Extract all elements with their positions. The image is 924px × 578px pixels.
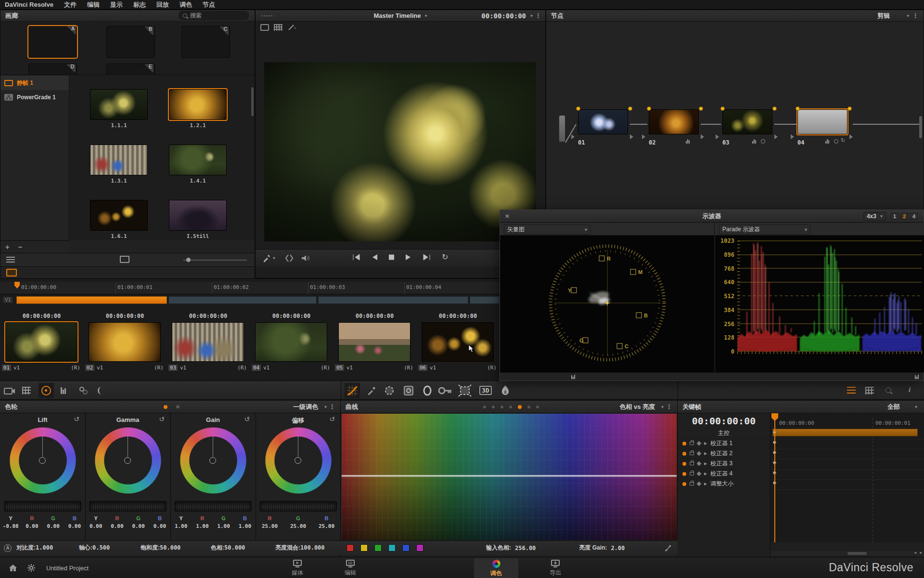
ch-value[interactable]: 1.00 [192, 523, 213, 529]
wheel-reset-icon[interactable]: ↺ [74, 415, 79, 423]
still-thumb-2[interactable] [169, 89, 227, 120]
clip-thumb[interactable] [422, 322, 494, 362]
wheels-menu-icon[interactable]: ⋮ [329, 403, 335, 410]
tracker-icon[interactable] [458, 384, 472, 397]
project-title[interactable]: Untitled Project [46, 565, 89, 572]
camera-raw-icon[interactable] [4, 386, 15, 395]
lock-icon[interactable] [690, 442, 694, 445]
master-track-bar[interactable] [772, 429, 918, 436]
expand-icon[interactable]: ▶ [704, 472, 707, 476]
scroll-left-icon[interactable]: ◂ [914, 550, 916, 555]
add-album-button[interactable]: + [5, 243, 10, 251]
skip-back-button[interactable] [352, 253, 360, 261]
ch-value[interactable]: 0.00 [128, 523, 149, 529]
tab-edit[interactable]: 编辑 [328, 558, 372, 578]
wheels-page-dot-active[interactable] [164, 405, 167, 409]
album-e[interactable]: E [106, 64, 155, 75]
stereo-3d-icon[interactable] [96, 386, 107, 395]
curves-mode-caret-icon[interactable]: ▾ [661, 404, 664, 409]
menu-item-nodes[interactable]: 节点 [203, 0, 215, 9]
audio-icon[interactable] [301, 254, 310, 262]
qualifier-eyedropper-icon[interactable] [367, 386, 376, 395]
ch-value[interactable]: 1.00 [213, 523, 234, 529]
lock-icon[interactable] [690, 462, 694, 465]
viewer-menu-icon[interactable]: ⋮ [535, 12, 541, 19]
keyframes-filter-label[interactable]: 全部 [887, 403, 900, 411]
ch-value[interactable]: 25.00 [256, 523, 284, 529]
ch-value[interactable]: 0.00 [64, 523, 85, 529]
auto-badge[interactable]: A [4, 544, 12, 552]
track-label[interactable]: 校正器 2 [710, 449, 732, 458]
enhance-wand-icon[interactable] [287, 24, 296, 31]
still-thumb-1[interactable] [90, 89, 148, 120]
menu-item-file[interactable]: 文件 [64, 0, 77, 9]
hue-swatch-cyan[interactable] [388, 544, 396, 552]
loop-button[interactable]: ↻ [442, 253, 448, 261]
zoom-search-icon[interactable] [886, 387, 891, 393]
clip-thumb[interactable] [172, 322, 244, 362]
clip-thumb[interactable] [255, 322, 327, 362]
keyframe-diamond-icon[interactable] [697, 451, 702, 456]
curves-page-dot[interactable] [527, 406, 530, 408]
timeline-ruler[interactable]: 01:00:00:00 01:00:00:01 01:00:00:02 01:0… [0, 282, 500, 294]
power-window-circle-icon[interactable] [383, 385, 396, 396]
skip-forward-button[interactable] [423, 253, 431, 261]
grab-still-icon[interactable] [120, 256, 129, 263]
node-mode-label[interactable]: 剪辑 [877, 12, 890, 20]
album-a[interactable]: A [28, 26, 77, 58]
stop-button[interactable] [388, 253, 395, 261]
track-label[interactable]: 校正器 3 [710, 460, 732, 468]
node-mode-caret-icon[interactable]: ▾ [907, 13, 909, 18]
curve-graph[interactable] [342, 414, 677, 540]
node-panel-menu-icon[interactable]: ⋮ [912, 12, 919, 19]
node-1[interactable] [578, 109, 628, 134]
rgb-mixer-icon[interactable] [61, 387, 66, 394]
wheel-center-handle[interactable] [124, 457, 131, 464]
home-icon[interactable] [9, 564, 17, 572]
curves-menu-icon[interactable]: ⋮ [666, 403, 672, 410]
track-enable-dot[interactable] [682, 462, 686, 466]
track-label[interactable]: 主控 [718, 429, 730, 437]
track-enable-dot[interactable] [682, 452, 686, 456]
track-label[interactable]: 校正器 4 [710, 470, 732, 478]
lock-icon[interactable] [690, 452, 694, 455]
vectorscope-settings-icon[interactable] [571, 375, 575, 379]
play-button[interactable] [405, 253, 412, 261]
track-label[interactable]: 调整大小 [710, 480, 733, 488]
lock-icon[interactable] [690, 472, 694, 475]
sidebar-item-stills[interactable]: 静帧 1 [0, 76, 69, 90]
clip-thumb[interactable] [338, 322, 411, 362]
scopes-layout-4[interactable]: 4 [910, 213, 918, 220]
gallery-search[interactable]: 搜索 [178, 10, 250, 21]
node-scrollbar[interactable] [919, 116, 922, 138]
keyframe-diamond-icon[interactable] [697, 482, 702, 486]
wheels-mode-label[interactable]: 一级调色 [293, 403, 318, 411]
keyframe-diamond-icon[interactable] [697, 472, 702, 476]
menu-item-playback[interactable]: 回放 [156, 0, 169, 9]
keyframes-scrollbar[interactable]: ◂ ▸ [770, 551, 924, 556]
curves-page-dot-active[interactable] [518, 405, 522, 409]
list-view-icon[interactable] [6, 257, 15, 263]
hue-swatch-green[interactable] [374, 544, 382, 552]
keyframe-playhead[interactable] [774, 413, 775, 542]
wheel-master-dial[interactable] [259, 501, 337, 512]
ch-value[interactable]: 0.00 [149, 523, 170, 529]
wheel-reset-icon[interactable]: ↺ [159, 415, 165, 423]
curve-line[interactable] [342, 475, 677, 476]
album-b[interactable]: B [106, 26, 155, 58]
node-input-dot[interactable] [720, 106, 725, 111]
scopes-aspect-dropdown[interactable]: 4x3 ▾ [863, 212, 886, 221]
wheels-mode-caret-icon[interactable]: ▾ [324, 404, 327, 409]
ch-value[interactable]: 0.00 [85, 523, 106, 529]
node-input-dot[interactable] [647, 106, 651, 111]
ch-value[interactable]: 0.00 [106, 523, 128, 529]
track-label[interactable]: 校正器 1 [710, 439, 732, 447]
wheel-center-handle[interactable] [295, 457, 301, 464]
curves-mode-label[interactable]: 色相 vs 亮度 [619, 403, 655, 411]
input-hue-value[interactable]: 256.00 [515, 545, 536, 552]
timeline-playhead[interactable] [14, 282, 20, 289]
curves-palette-button[interactable] [345, 383, 360, 398]
track-v1-badge[interactable]: V1 [3, 297, 13, 303]
menu-item-edit[interactable]: 编辑 [87, 0, 100, 9]
tab-color[interactable]: 调色 [474, 558, 518, 578]
